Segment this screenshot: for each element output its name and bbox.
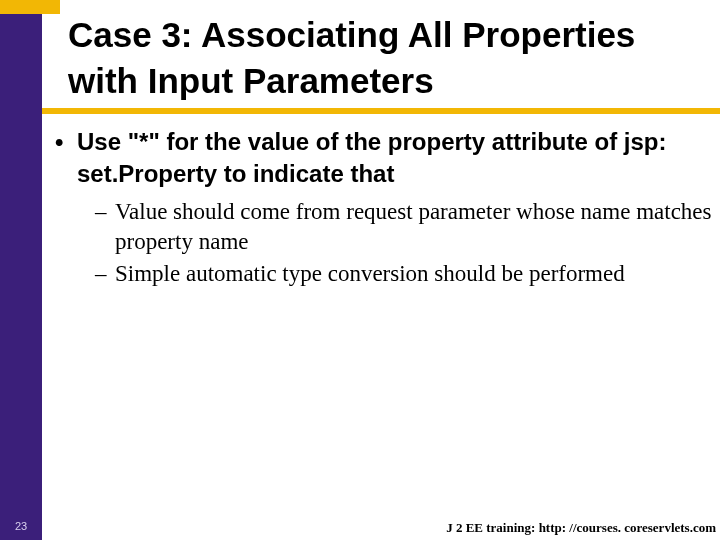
bullet-level2: – Simple automatic type conversion shoul… [55,259,715,289]
bullet-marker: • [55,126,77,158]
slide-content: • Use "*" for the value of the property … [55,126,715,290]
slide-title: Case 3: Associating All Properties with … [68,12,708,103]
bullet-level2: – Value should come from request paramet… [55,197,715,257]
left-accent-bar [0,0,42,540]
title-underline [42,108,720,114]
bullet-text: Value should come from request parameter… [115,199,712,254]
dash-marker: – [95,197,115,227]
bullet-level1: • Use "*" for the value of the property … [55,126,715,191]
bullet-text: Use "*" for the value of the property at… [77,128,667,187]
footer-text: J 2 EE training: http: //courses. corese… [446,520,716,536]
bullet-text: Simple automatic type conversion should … [115,261,625,286]
page-number: 23 [0,520,42,540]
corner-accent [0,0,60,14]
dash-marker: – [95,259,115,289]
